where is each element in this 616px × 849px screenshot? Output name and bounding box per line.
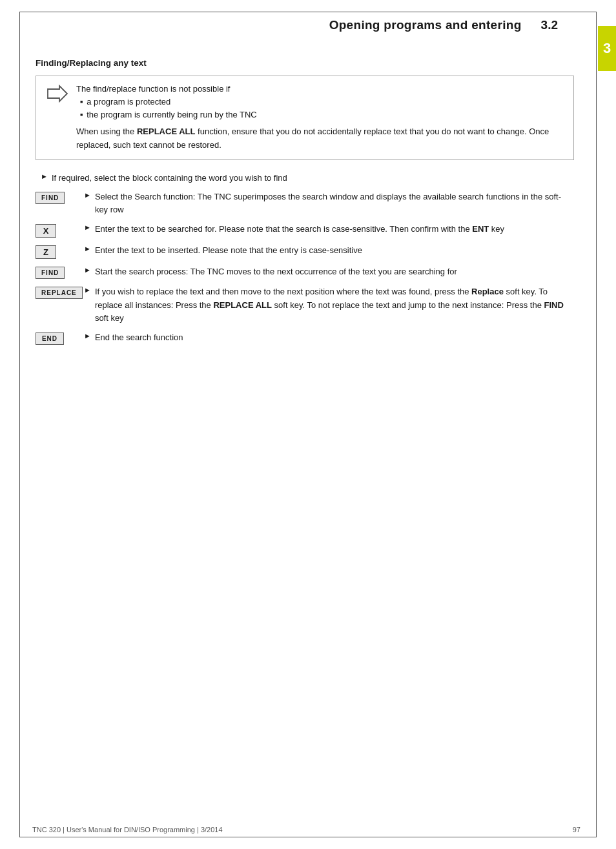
notice-intro: The find/replace function is not possibl… — [76, 84, 230, 94]
step-2-arrow: ► — [84, 223, 91, 231]
notice-bullets: a program is protected the program is cu… — [76, 96, 564, 121]
step-2: X ► Enter the text to be searched for. P… — [36, 223, 574, 238]
notice-warning: When using the REPLACE ALL function, ens… — [76, 125, 564, 151]
chapter-tab: 3 — [598, 26, 616, 71]
notice-warning-bold: REPLACE ALL — [137, 127, 196, 136]
find-key-1: FIND — [36, 192, 65, 204]
page-header-title: Opening programs and entering — [329, 18, 522, 32]
step-1-key-col: FIND — [36, 190, 84, 204]
step-4-key-col: FIND — [36, 265, 84, 279]
step-6-key-col: END — [36, 331, 84, 345]
z-key: Z — [36, 245, 56, 259]
step-4-arrow: ► — [84, 266, 91, 274]
step-5: REPLACE ► If you wish to replace the tex… — [36, 285, 574, 324]
step-6-arrow: ► — [84, 332, 91, 340]
footer-left: TNC 320 | User's Manual for DIN/ISO Prog… — [32, 826, 223, 834]
step-5-text-col: ► If you wish to replace the text and th… — [84, 285, 574, 324]
step-3-key-col: Z — [36, 244, 84, 259]
section-heading: Finding/Replacing any text — [36, 58, 574, 68]
find-key-2: FIND — [36, 267, 65, 279]
notice-warning-text: When using the — [76, 127, 137, 136]
notice-arrow-icon — [45, 84, 68, 152]
page-header-section: 3.2 — [541, 18, 558, 32]
page-footer: TNC 320 | User's Manual for DIN/ISO Prog… — [32, 826, 580, 834]
step-2-key-col: X — [36, 223, 84, 238]
step-2-text-col: ► Enter the text to be searched for. Ple… — [84, 223, 574, 236]
main-content: Finding/Replacing any text The find/repl… — [36, 58, 574, 351]
ent-key-label: ENT — [472, 224, 489, 234]
page-border-left — [19, 12, 20, 837]
svg-marker-0 — [48, 86, 67, 101]
page-header: Opening programs and entering 3.2 — [32, 18, 584, 32]
step-5-text: If you wish to replace the text and then… — [95, 285, 574, 324]
step-1-arrow: ► — [84, 191, 91, 199]
step-3-arrow: ► — [84, 245, 91, 252]
page-border-bottom — [19, 837, 597, 837]
step-4-text: Start the search process: The TNC moves … — [95, 265, 457, 278]
notice-box: The find/replace function is not possibl… — [36, 76, 574, 160]
step-3-text: Enter the text to be inserted. Please no… — [95, 244, 362, 257]
notice-bullet-1: a program is protected — [80, 96, 564, 108]
intro-step-text: If required, select the block containing… — [52, 172, 287, 185]
step-1: FIND ► Select the Search function: The T… — [36, 190, 574, 216]
replace-bold: Replace — [471, 287, 504, 296]
intro-arrow-icon: ► — [41, 172, 48, 180]
step-5-arrow: ► — [84, 286, 91, 294]
notice-bullet-2: the program is currently being run by th… — [80, 108, 564, 121]
replace-key: REPLACE — [36, 287, 83, 299]
step-4-text-col: ► Start the search process: The TNC move… — [84, 265, 574, 278]
step-1-text: Select the Search function: The TNC supe… — [95, 190, 574, 216]
step-5-key-col: REPLACE — [36, 285, 84, 299]
replace-all-bold: REPLACE ALL — [213, 300, 272, 310]
step-3: Z ► Enter the text to be inserted. Pleas… — [36, 244, 574, 259]
find-bold: FIND — [544, 300, 564, 310]
step-6-text: End the search function — [95, 331, 183, 344]
step-1-text-col: ► Select the Search function: The TNC su… — [84, 190, 574, 216]
footer-right: 97 — [573, 826, 580, 834]
page-border-top — [19, 12, 597, 12]
page-border-right — [596, 12, 597, 837]
step-4: FIND ► Start the search process: The TNC… — [36, 265, 574, 279]
step-6-text-col: ► End the search function — [84, 331, 574, 344]
end-key: END — [36, 332, 64, 345]
chapter-number: 3 — [603, 40, 611, 57]
x-key: X — [36, 224, 56, 238]
notice-content: The find/replace function is not possibl… — [76, 83, 564, 152]
step-6: END ► End the search function — [36, 331, 574, 345]
step-3-text-col: ► Enter the text to be inserted. Please … — [84, 244, 574, 257]
step-2-text: Enter the text to be searched for. Pleas… — [95, 223, 504, 236]
steps-container: ► If required, select the block containi… — [36, 172, 574, 345]
intro-step: ► If required, select the block containi… — [36, 172, 574, 185]
